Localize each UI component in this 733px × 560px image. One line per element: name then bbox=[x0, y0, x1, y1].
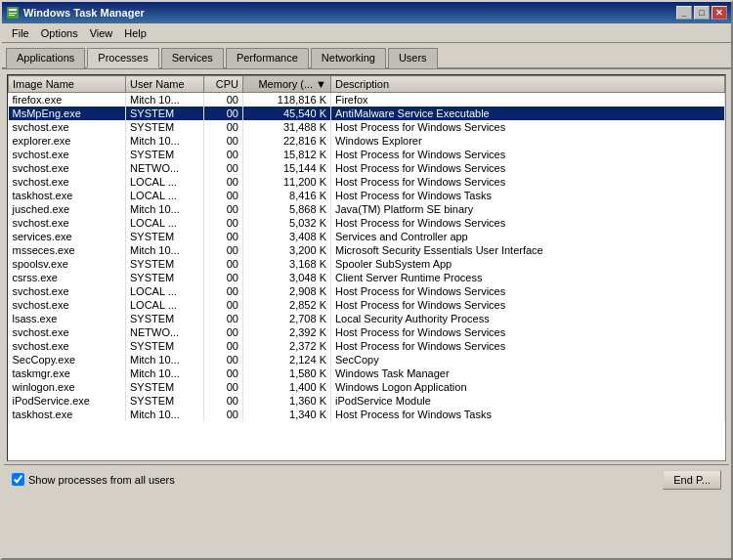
show-all-processes-label[interactable]: Show processes from all users bbox=[12, 473, 175, 486]
table-row[interactable]: SecCopy.exeMitch 10...002,124 KSecCopy bbox=[9, 353, 725, 366]
svg-rect-2 bbox=[9, 13, 17, 14]
cell-description: Host Process for Windows Services bbox=[331, 284, 725, 298]
window-icon bbox=[6, 6, 20, 20]
table-row[interactable]: svchost.exeLOCAL ...002,908 KHost Proces… bbox=[9, 284, 725, 298]
cell-user: SYSTEM bbox=[126, 120, 204, 134]
table-row[interactable]: svchost.exeSYSTEM0015,812 KHost Process … bbox=[9, 148, 725, 161]
tab-performance[interactable]: Performance bbox=[226, 48, 309, 68]
cell-description: Host Process for Windows Services bbox=[331, 216, 725, 230]
cell-description: Client Server Runtime Process bbox=[331, 271, 725, 284]
menu-file[interactable]: File bbox=[6, 25, 35, 41]
cell-image: lsass.exe bbox=[9, 312, 126, 325]
cell-memory: 5,868 K bbox=[243, 202, 331, 216]
col-header-user[interactable]: User Name bbox=[126, 76, 204, 93]
cell-cpu: 00 bbox=[204, 257, 243, 271]
tab-applications[interactable]: Applications bbox=[6, 48, 85, 68]
table-row[interactable]: services.exeSYSTEM003,408 KServices and … bbox=[9, 230, 725, 243]
cell-cpu: 00 bbox=[204, 394, 243, 408]
table-row[interactable]: csrss.exeSYSTEM003,048 KClient Server Ru… bbox=[9, 271, 725, 284]
cell-cpu: 00 bbox=[204, 353, 243, 366]
cell-image: svchost.exe bbox=[9, 216, 126, 230]
cell-user: SYSTEM bbox=[126, 148, 204, 161]
cell-cpu: 00 bbox=[204, 312, 243, 325]
cell-memory: 3,200 K bbox=[243, 243, 331, 257]
table-row[interactable]: iPodService.exeSYSTEM001,360 KiPodServic… bbox=[9, 394, 725, 408]
cell-user: SYSTEM bbox=[126, 339, 204, 353]
cell-cpu: 00 bbox=[204, 284, 243, 298]
svg-rect-3 bbox=[9, 15, 15, 16]
cell-image: SecCopy.exe bbox=[9, 353, 126, 366]
cell-image: svchost.exe bbox=[9, 148, 126, 161]
tab-bar: Applications Processes Services Performa… bbox=[2, 43, 731, 69]
cell-cpu: 00 bbox=[204, 216, 243, 230]
table-row[interactable]: jusched.exeMitch 10...005,868 KJava(TM) … bbox=[9, 202, 725, 216]
end-process-button[interactable]: End P... bbox=[663, 470, 721, 490]
table-row[interactable]: svchost.exeLOCAL ...002,852 KHost Proces… bbox=[9, 298, 725, 312]
menu-view[interactable]: View bbox=[84, 25, 119, 41]
table-row[interactable]: spoolsv.exeSYSTEM003,168 KSpooler SubSys… bbox=[9, 257, 725, 271]
table-row[interactable]: svchost.exeLOCAL ...0011,200 KHost Proce… bbox=[9, 175, 725, 189]
tab-users[interactable]: Users bbox=[388, 48, 438, 68]
cell-cpu: 00 bbox=[204, 298, 243, 312]
menu-bar: File Options View Help bbox=[2, 23, 731, 43]
col-header-cpu[interactable]: CPU bbox=[204, 76, 243, 93]
cell-user: Mitch 10... bbox=[126, 408, 204, 421]
table-row[interactable]: svchost.exeLOCAL ...005,032 KHost Proces… bbox=[9, 216, 725, 230]
cell-image: MsMpEng.exe bbox=[9, 107, 126, 120]
table-row[interactable]: taskmgr.exeMitch 10...001,580 KWindows T… bbox=[9, 366, 725, 380]
col-header-description[interactable]: Description bbox=[331, 76, 725, 93]
table-row[interactable]: taskhost.exeLOCAL ...008,416 KHost Proce… bbox=[9, 189, 725, 202]
cell-image: taskhost.exe bbox=[9, 408, 126, 421]
cell-user: SYSTEM bbox=[126, 230, 204, 243]
cell-description: Java(TM) Platform SE binary bbox=[331, 202, 725, 216]
table-row[interactable]: lsass.exeSYSTEM002,708 KLocal Security A… bbox=[9, 312, 725, 325]
show-all-processes-checkbox[interactable] bbox=[12, 473, 24, 486]
close-button[interactable]: ✕ bbox=[711, 6, 727, 20]
cell-user: LOCAL ... bbox=[126, 175, 204, 189]
cell-image: svchost.exe bbox=[9, 298, 126, 312]
cell-image: firefox.exe bbox=[9, 93, 126, 108]
cell-image: winlogon.exe bbox=[9, 380, 126, 394]
cell-cpu: 00 bbox=[204, 120, 243, 134]
table-scroll-area[interactable]: Image Name User Name CPU Memory (... ▼ D… bbox=[8, 75, 725, 460]
table-row[interactable]: svchost.exeSYSTEM002,372 KHost Process f… bbox=[9, 339, 725, 353]
cell-memory: 15,144 K bbox=[243, 161, 331, 175]
cell-memory: 2,708 K bbox=[243, 312, 331, 325]
cell-cpu: 00 bbox=[204, 325, 243, 339]
tab-services[interactable]: Services bbox=[161, 48, 224, 68]
cell-description: Host Process for Windows Services bbox=[331, 120, 725, 134]
cell-image: taskmgr.exe bbox=[9, 366, 126, 380]
minimize-button[interactable]: _ bbox=[676, 6, 692, 20]
col-header-memory[interactable]: Memory (... ▼ bbox=[243, 76, 331, 93]
col-header-image[interactable]: Image Name bbox=[9, 76, 126, 93]
cell-user: Mitch 10... bbox=[126, 243, 204, 257]
tab-networking[interactable]: Networking bbox=[311, 48, 386, 68]
table-row[interactable]: svchost.exeSYSTEM0031,488 KHost Process … bbox=[9, 120, 725, 134]
table-row[interactable]: svchost.exeNETWO...0015,144 KHost Proces… bbox=[9, 161, 725, 175]
table-row[interactable]: firefox.exeMitch 10...00118,816 KFirefox bbox=[9, 93, 725, 108]
menu-help[interactable]: Help bbox=[118, 25, 152, 41]
menu-options[interactable]: Options bbox=[35, 25, 84, 41]
tab-processes[interactable]: Processes bbox=[87, 48, 158, 68]
title-bar: Windows Task Manager _ □ ✕ bbox=[2, 2, 731, 23]
cell-description: Windows Task Manager bbox=[331, 366, 725, 380]
table-row[interactable]: winlogon.exeSYSTEM001,400 KWindows Logon… bbox=[9, 380, 725, 394]
table-row[interactable]: MsMpEng.exeSYSTEM0045,540 KAntiMalware S… bbox=[9, 107, 725, 120]
cell-memory: 1,360 K bbox=[243, 394, 331, 408]
table-row[interactable]: svchost.exeNETWO...002,392 KHost Process… bbox=[9, 325, 725, 339]
cell-description: Host Process for Windows Services bbox=[331, 161, 725, 175]
cell-image: services.exe bbox=[9, 230, 126, 243]
cell-cpu: 00 bbox=[204, 271, 243, 284]
cell-description: Microsoft Security Essentials User Inter… bbox=[331, 243, 725, 257]
cell-memory: 15,812 K bbox=[243, 148, 331, 161]
table-row[interactable]: explorer.exeMitch 10...0022,816 KWindows… bbox=[9, 134, 725, 148]
maximize-button[interactable]: □ bbox=[694, 6, 710, 20]
cell-user: Mitch 10... bbox=[126, 353, 204, 366]
table-row[interactable]: msseces.exeMitch 10...003,200 KMicrosoft… bbox=[9, 243, 725, 257]
cell-memory: 2,372 K bbox=[243, 339, 331, 353]
table-row[interactable]: taskhost.exeMitch 10...001,340 KHost Pro… bbox=[9, 408, 725, 421]
cell-description: Host Process for Windows Tasks bbox=[331, 408, 725, 421]
cell-cpu: 00 bbox=[204, 134, 243, 148]
cell-description: Host Process for Windows Services bbox=[331, 298, 725, 312]
cell-cpu: 00 bbox=[204, 408, 243, 421]
